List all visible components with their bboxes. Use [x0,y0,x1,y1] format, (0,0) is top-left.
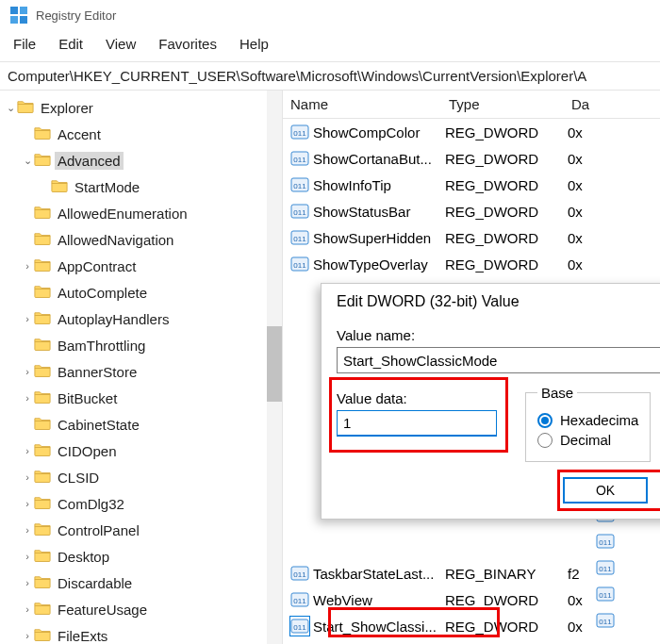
dword-icon: 011 [290,255,309,273]
folder-icon [34,364,51,379]
tree-node-bitbucket[interactable]: ›BitBucket [0,385,282,411]
ok-button[interactable]: OK [563,477,648,504]
chevron-down-icon[interactable]: ⌄ [21,155,34,167]
tree-node-comdlg32[interactable]: ›ComDlg32 [0,490,282,517]
value-row[interactable]: 011ShowCompColorREG_DWORD0x [283,119,660,145]
value-type: REG_DWORD [445,177,568,193]
tree-scrollbar[interactable] [267,91,282,644]
value-name-input[interactable] [337,347,660,373]
value-name: ShowStatusBar [313,204,445,220]
tree-node-advanced[interactable]: ⌄Advanced [0,147,282,173]
chevron-right-icon[interactable]: › [21,577,34,588]
tree-label: AllowedNavigation [55,231,176,249]
tree-node-allowednavigation[interactable]: AllowedNavigation [0,226,282,253]
svg-text:011: 011 [293,597,306,605]
tree-node-allowedenumeration[interactable]: AllowedEnumeration [0,200,282,226]
menu-edit[interactable]: Edit [49,32,92,56]
chevron-right-icon[interactable]: › [21,445,34,456]
dword-icon: 011 [290,123,309,141]
chevron-right-icon[interactable]: › [21,471,34,483]
chevron-right-icon[interactable]: › [21,551,34,562]
tree-label: ComDlg32 [55,495,127,513]
value-name: WebView [313,592,445,608]
base-label: Base [537,385,577,401]
chevron-down-icon[interactable]: ⌄ [4,102,17,114]
tree-node-accent[interactable]: Accent [0,121,282,147]
tree-node-clsid[interactable]: ›CLSID [0,464,282,490]
chevron-right-icon[interactable]: › [21,603,34,615]
chevron-right-icon[interactable]: › [21,392,34,404]
tree-node-controlpanel[interactable]: ›ControlPanel [0,517,282,543]
svg-text:011: 011 [599,565,612,573]
radio-hex-row[interactable]: Hexadecima [537,412,638,428]
value-type: REG_DWORD [445,204,568,220]
col-name[interactable]: Name [283,91,441,118]
folder-icon [34,549,51,564]
value-type: REG_DWORD [445,592,568,608]
tree-node-autoplayhandlers[interactable]: ›AutoplayHandlers [0,305,282,332]
address-bar[interactable]: Computer\HKEY_CURRENT_USER\Software\Micr… [0,62,660,91]
chevron-right-icon[interactable]: › [21,524,34,536]
value-row[interactable]: 011ShowSuperHiddenREG_DWORD0x [283,224,660,251]
tree-label: Discardable [55,574,135,592]
tree-node-featureusage[interactable]: ›FeatureUsage [0,596,282,622]
value-type: REG_DWORD [445,619,568,635]
radio-hex-icon [537,413,553,428]
tree-node-bamthrottling[interactable]: BamThrottling [0,332,282,358]
value-row[interactable]: 011ShowTypeOverlayREG_DWORD0x [283,251,660,277]
value-name: ShowCompColor [313,124,445,140]
radio-dec-icon [537,433,553,448]
tree-node-discardable[interactable]: ›Discardable [0,570,282,596]
chevron-right-icon[interactable]: › [21,260,34,272]
tree-node-explorer[interactable]: ⌄Explorer [0,94,282,121]
menu-favorites[interactable]: Favorites [149,32,226,56]
base-fieldset: Base Hexadecima Decimal [525,385,651,462]
menu-help[interactable]: Help [230,32,278,56]
value-row[interactable]: 011ShowCortanaBut...REG_DWORD0x [283,145,660,172]
tree-node-fileexts[interactable]: ›FileExts [0,622,282,644]
tree-node-cabinetstate[interactable]: CabinetState [0,411,282,438]
value-data-input[interactable] [337,410,497,437]
chevron-right-icon[interactable]: › [21,630,34,641]
col-data[interactable]: Da [564,91,660,118]
key-tree[interactable]: ⌄ExplorerAccent⌄AdvancedStartModeAllowed… [0,91,283,644]
value-name: ShowSuperHidden [313,230,445,246]
tree-scrollbar-thumb[interactable] [267,326,282,402]
chevron-right-icon[interactable]: › [21,313,34,324]
value-row[interactable]: 011ShowInfoTipREG_DWORD0x [283,172,660,198]
value-row[interactable]: 011ShowStatusBarREG_DWORD0x [283,198,660,224]
svg-rect-2 [10,16,18,24]
tree-node-appcontract[interactable]: ›AppContract [0,253,282,279]
menubar: File Edit View Favorites Help [0,30,660,62]
dword-icon: 011 [290,617,309,636]
menu-file[interactable]: File [4,32,45,56]
chevron-right-icon[interactable]: › [21,498,34,509]
dword-icon: 011 [596,532,615,551]
tree-node-startmode[interactable]: StartMode [0,173,282,200]
value-name-label: Value name: [337,327,660,343]
col-type[interactable]: Type [441,91,564,118]
tree-node-bannerstore[interactable]: ›BannerStore [0,358,282,385]
tree-label: StartMode [72,178,142,196]
tree-node-desktop[interactable]: ›Desktop [0,543,282,570]
folder-icon [34,522,51,537]
value-type: REG_DWORD [445,151,568,167]
folder-icon [34,206,51,221]
radio-dec-row[interactable]: Decimal [537,432,638,448]
folder-icon [34,417,51,432]
menu-view[interactable]: View [96,32,145,56]
chevron-right-icon[interactable]: › [21,366,34,377]
folder-icon [34,496,51,511]
regedit-icon [9,6,28,25]
dword-icon: 011 [290,175,309,194]
value-data: 0x [568,204,660,220]
tree-node-cidopen[interactable]: ›CIDOpen [0,438,282,464]
tree-label: BamThrottling [55,337,148,355]
folder-icon [34,443,51,458]
radio-hex-label: Hexadecima [560,412,638,428]
tree-node-autocomplete[interactable]: AutoComplete [0,279,282,305]
value-data: 0x [568,124,660,140]
folder-icon [34,232,51,247]
dword-icon: 011 [596,611,615,630]
dword-icon: 011 [290,202,309,221]
